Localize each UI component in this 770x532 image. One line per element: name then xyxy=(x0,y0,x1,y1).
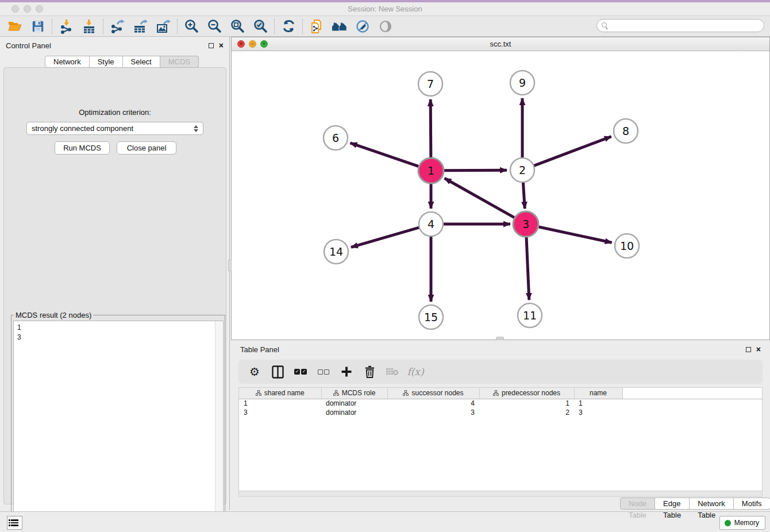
cell-predecessor-nodes[interactable]: 1 xyxy=(479,399,574,408)
graph-edge-3-1[interactable] xyxy=(445,178,515,218)
graph-edge-2-8[interactable] xyxy=(534,137,611,166)
cell-mcds-role[interactable]: dominator xyxy=(321,399,387,408)
clone-network-icon xyxy=(309,19,324,34)
close-panel-icon[interactable]: × xyxy=(756,346,761,352)
tab-style[interactable]: Style xyxy=(90,56,123,68)
status-bar: Memory xyxy=(0,511,770,532)
cell-predecessor-nodes[interactable]: 2 xyxy=(479,408,574,417)
export-network-icon xyxy=(110,19,125,34)
delete-rows-button[interactable] xyxy=(359,362,380,381)
import-network-button[interactable] xyxy=(55,17,78,36)
tab-node-table[interactable]: Node Table xyxy=(620,498,655,510)
zoom-out-button[interactable] xyxy=(203,17,226,36)
table-settings-button[interactable]: ⚙ xyxy=(244,362,265,381)
delete-column-button[interactable] xyxy=(382,362,403,381)
graph-edge-2-3[interactable] xyxy=(523,182,525,209)
tab-mcds[interactable]: MCDS xyxy=(160,56,199,68)
zoom-fit-button[interactable] xyxy=(226,17,249,36)
network-close-icon[interactable]: × xyxy=(237,40,245,48)
optimization-criterion-select[interactable]: strongly connected component xyxy=(26,122,203,135)
create-column-button[interactable] xyxy=(336,362,357,381)
table-hscrollbar[interactable] xyxy=(238,491,763,497)
graph-edge-3-10[interactable] xyxy=(538,226,612,242)
graph-edge-3-11[interactable] xyxy=(526,236,529,300)
mcds-result-group: MCDS result (2 nodes) 1 3 xyxy=(11,315,225,532)
splitpane-vertical-grabber[interactable] xyxy=(228,260,232,271)
import-table-button[interactable] xyxy=(78,17,101,36)
zoom-selected-button[interactable] xyxy=(249,17,272,36)
select-all-icon: ✓✓ xyxy=(294,369,307,375)
minimize-window-button[interactable] xyxy=(24,5,31,13)
col-mcds-role[interactable]: MCDS role xyxy=(321,388,387,399)
clear-selection-button[interactable] xyxy=(313,362,334,381)
export-table-button[interactable] xyxy=(129,17,152,36)
network-window-titlebar[interactable]: × − + scc.txt xyxy=(232,37,769,51)
toggle-graphics-details-button[interactable] xyxy=(351,17,374,36)
float-panel-icon[interactable] xyxy=(746,347,751,352)
open-session-button[interactable] xyxy=(3,17,26,36)
graph-edge-1-7[interactable] xyxy=(430,99,431,159)
cell-name[interactable]: 3 xyxy=(574,408,622,417)
close-panel-icon[interactable]: × xyxy=(219,43,224,48)
export-network-button[interactable] xyxy=(106,17,129,36)
export-image-button[interactable] xyxy=(152,17,175,36)
toolbar-separator xyxy=(302,19,303,34)
graph-edge-1-6[interactable] xyxy=(351,143,420,167)
col-successor-nodes[interactable]: successor nodes xyxy=(387,388,479,399)
cell-name[interactable]: 1 xyxy=(574,399,622,408)
graph-node-label: 2 xyxy=(519,164,526,176)
network-view-window: × − + scc.txt 7968124314101511 xyxy=(231,37,770,340)
cell-shared-name[interactable]: 1 xyxy=(239,399,321,408)
memory-button[interactable]: Memory xyxy=(719,516,765,530)
task-history-button[interactable] xyxy=(7,516,22,530)
tab-motifs[interactable]: Motifs xyxy=(734,498,770,510)
export-table-icon xyxy=(133,19,148,34)
graph-node-label: 3 xyxy=(522,218,529,230)
col-shared-name[interactable]: shared name xyxy=(239,388,321,399)
mcds-result-scrollbar[interactable] xyxy=(215,321,222,532)
mcds-result-text[interactable]: 1 3 xyxy=(13,321,224,532)
tab-network[interactable]: Network xyxy=(45,56,90,68)
show-hide-button[interactable] xyxy=(374,17,397,36)
cell-mcds-role[interactable]: dominator xyxy=(321,408,387,417)
float-panel-icon[interactable] xyxy=(209,43,214,48)
select-all-button[interactable]: ✓✓ xyxy=(290,362,311,381)
search-input[interactable] xyxy=(611,22,754,30)
graph-node-label: 9 xyxy=(519,76,526,89)
clone-network-button[interactable] xyxy=(305,17,328,36)
close-panel-button[interactable]: Close panel xyxy=(117,141,176,155)
network-canvas[interactable]: 7968124314101511 xyxy=(232,51,769,340)
cell-successor-nodes[interactable]: 3 xyxy=(387,408,479,417)
optimization-criterion-value: strongly connected component xyxy=(32,124,133,133)
tab-select[interactable]: Select xyxy=(123,56,160,68)
apply-layout-button[interactable] xyxy=(277,17,300,36)
window-titlebar: Session: New Session xyxy=(0,2,770,16)
save-session-button[interactable] xyxy=(26,17,49,36)
table-row[interactable]: 1 dominator 4 1 1 xyxy=(239,399,762,408)
graph-edge-1-2[interactable] xyxy=(443,170,507,171)
zoom-window-button[interactable] xyxy=(36,5,43,13)
open-session-icon xyxy=(7,19,22,34)
graph-node-label: 1 xyxy=(428,164,434,177)
close-window-button[interactable] xyxy=(11,5,19,13)
network-maximize-icon[interactable]: + xyxy=(260,40,268,48)
window-controls[interactable] xyxy=(11,5,43,13)
cell-shared-name[interactable]: 3 xyxy=(239,408,321,417)
splitpane-horizontal-grabber[interactable] xyxy=(496,337,504,340)
function-builder-button[interactable]: f(x) xyxy=(405,362,426,381)
network-minimize-icon[interactable]: − xyxy=(249,40,256,48)
toggle-graphics-details-icon xyxy=(355,19,370,34)
zoom-in-button[interactable] xyxy=(180,17,203,36)
search-field-wrap xyxy=(596,19,764,32)
open-browser-button[interactable] xyxy=(328,17,351,36)
col-name[interactable]: name xyxy=(574,388,622,399)
cell-successor-nodes[interactable]: 4 xyxy=(387,399,479,408)
graph-edge-4-14[interactable] xyxy=(351,228,419,248)
attribute-icon xyxy=(403,390,409,396)
col-predecessor-nodes[interactable]: predecessor nodes xyxy=(479,388,574,399)
run-mcds-button[interactable]: Run MCDS xyxy=(55,141,110,155)
tab-network-table[interactable]: Network Table xyxy=(690,498,734,510)
show-columns-button[interactable] xyxy=(267,362,288,381)
tab-edge-table[interactable]: Edge Table xyxy=(655,498,690,510)
table-row[interactable]: 3 dominator 3 2 3 xyxy=(239,408,762,417)
